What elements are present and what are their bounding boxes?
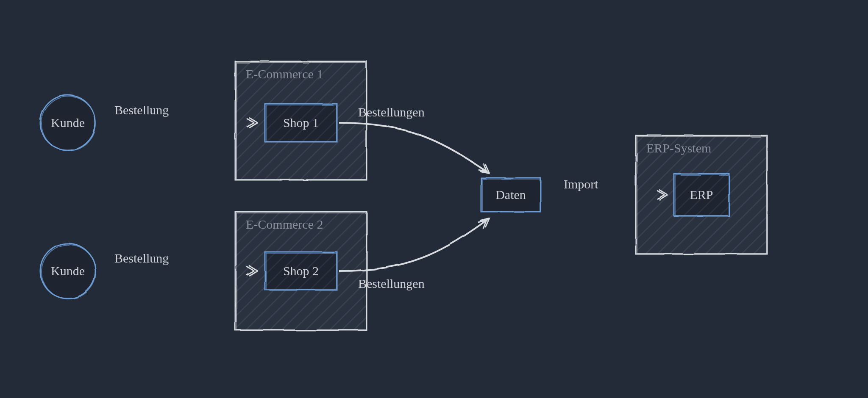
container-ecommerce2-label: E-Commerce 2	[246, 217, 323, 231]
diagram-canvas: E-Commerce 1 E-Commerce 2 ERP-System Kun…	[0, 0, 868, 398]
edge-order2: Bestellung	[97, 251, 258, 276]
node-daten-label: Daten	[495, 188, 526, 202]
edge-orders1-label: Bestellungen	[358, 105, 425, 119]
node-daten: Daten	[481, 178, 540, 212]
node-shop2-label: Shop 2	[283, 264, 319, 278]
edge-order1: Bestellung	[97, 103, 258, 128]
edge-import-label: Import	[564, 177, 598, 191]
container-erp-system-label: ERP-System	[646, 141, 711, 155]
node-erp-label: ERP	[690, 188, 713, 202]
actor-customer2: Kunde	[40, 243, 96, 299]
edge-orders2-label: Bestellungen	[358, 276, 425, 290]
edge-order2-label: Bestellung	[114, 251, 169, 265]
node-erp: ERP	[674, 174, 729, 216]
node-shop2: Shop 2	[265, 252, 337, 290]
actor-customer1-label: Kunde	[51, 116, 85, 130]
node-shop1-label: Shop 1	[283, 116, 319, 130]
actor-customer2-label: Kunde	[51, 264, 85, 278]
container-ecommerce1-label: E-Commerce 1	[246, 67, 323, 81]
edge-order1-label: Bestellung	[114, 103, 169, 117]
actor-customer1: Kunde	[40, 95, 96, 151]
node-shop1: Shop 1	[265, 104, 337, 142]
